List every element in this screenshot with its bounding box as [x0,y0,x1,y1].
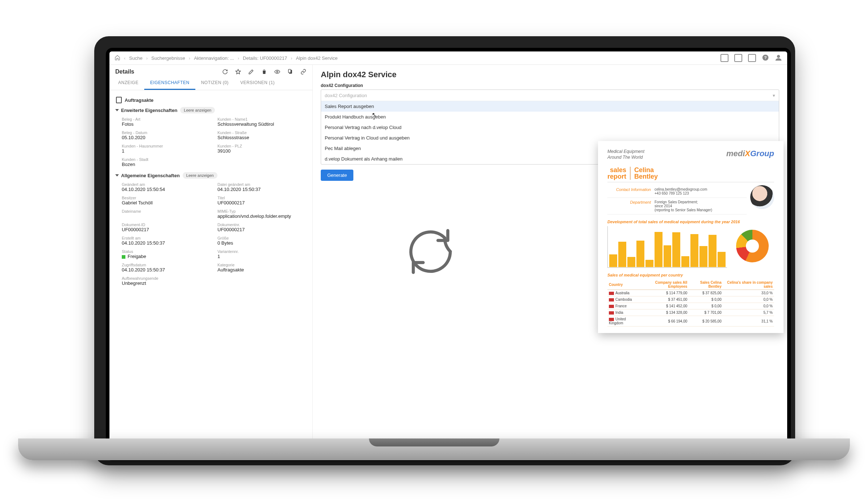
delete-icon[interactable] [261,68,267,75]
table-cell: 0,0 % [723,296,774,303]
details-panel: Details ANZ [109,65,313,457]
table-cell: 31,1 % [723,316,774,327]
table-cell: United Kingdom [607,316,640,327]
svg-point-4 [277,71,278,72]
bar [645,260,653,267]
svg-text:?: ? [764,55,767,60]
chevron-down-icon [115,109,119,111]
property-field: Kunden - PLZ39100 [217,144,306,154]
clipboard-icon[interactable] [287,68,294,75]
table-cell: $ 37 451,00 [640,296,689,303]
table-cell: $ 0,00 [689,296,723,303]
table-row: Australia$ 114 779,00$ 37 825,0033,0 % [607,290,774,296]
svg-marker-3 [236,69,240,74]
table-header: Sales Celina Bentley [689,279,723,290]
chart-title: Development of total sales of medical eq… [607,220,774,224]
table-cell: 33,0 % [723,290,774,296]
external-window-icon[interactable] [748,54,756,62]
property-field: Dokument-IDUF00000217 [122,223,210,232]
bar [690,234,698,267]
link-icon[interactable] [300,68,307,75]
crumb[interactable]: Suchergebnisse [151,55,185,61]
window-icon[interactable] [734,54,742,62]
svg-point-2 [777,55,780,58]
dropdown-arrow-icon: ▾ [773,93,775,98]
generate-button[interactable]: Generate [321,170,353,181]
layout-icon[interactable] [720,54,728,62]
config-label: dox42 Configuration [321,83,779,88]
table-header: Celina's share in company sales [723,279,774,290]
report-person-lastname: Bentley [634,173,658,180]
table-cell: 0,0 % [723,303,774,309]
service-panel: Alpin dox42 Service dox42 Configuration … [313,65,787,457]
star-icon[interactable] [235,68,241,75]
bar [618,242,626,267]
cursor-icon: ↖ [372,111,377,118]
table-cell: $ 20 585,00 [689,316,723,327]
brand-logo: mediXGroup [726,149,774,158]
document-icon [116,97,122,103]
section-general[interactable]: Allgemeine Eigenschaften Leere anzeigen [116,172,306,179]
property-field: Beleg - ArtFotos [122,117,210,127]
property-field: Kunden - Name1Schlossverwaltung Südtirol [217,117,306,127]
bar [664,245,672,267]
sync-icon [400,221,461,282]
property-field: AufbewahrungsendeUnbegrenzt [122,276,210,286]
report-person-firstname: Celina [634,167,658,173]
bar [699,246,707,267]
table-title: Sales of medical equipment per country [607,273,774,277]
contact-email: celina.bentley@medixgroup.com [655,187,747,191]
tab-eigenschaften[interactable]: EIGENSCHAFTEN [144,76,195,90]
property-field: Beleg - Datum05.10.2020 [122,130,210,140]
crumb[interactable]: Suche [129,55,142,61]
property-field: BesitzerGabriel Tschöll [122,196,210,205]
property-field: Dateiname [122,209,210,219]
user-avatar-icon[interactable] [775,54,782,62]
help-icon[interactable]: ? [762,54,769,62]
property-field: StatusFreigabe [122,249,210,259]
table-cell: $ 114 779,00 [640,290,689,296]
tab-versionen[interactable]: VERSIONEN (1) [234,76,281,90]
table-row: United Kingdom$ 66 194,00$ 20 585,0031,1… [607,316,774,327]
show-empty-toggle[interactable]: Leere anzeigen [180,107,215,113]
show-empty-toggle[interactable]: Leere anzeigen [183,172,217,179]
breadcrumb-back-icon[interactable]: ‹ [124,55,125,61]
select-option[interactable]: Produkt Handbuch ausgeben [321,112,779,122]
bar [718,252,726,267]
crumb[interactable]: Aktennavigation: ... [194,55,234,61]
property-field: Erstellt am04.10.2020 15:50:37 [122,236,210,246]
department-value: Foreign Sales Department; [655,200,747,204]
property-field: Zugriffsdatum04.10.2020 15:50:37 [122,263,210,273]
brand-tagline: Medical Equipment [607,149,644,155]
report-label-sales: sales [607,167,626,173]
bar-chart [607,226,727,268]
section-extended[interactable]: Erweiterte Eigenschaften Leere anzeigen [116,107,306,113]
table-header: Country [607,279,640,290]
refresh-icon[interactable] [222,68,228,75]
breadcrumb-bar: ‹ Suche› Suchergebnisse› Aktennavigation… [109,51,787,65]
contact-label: Contact Information [607,187,655,195]
select-option[interactable]: Sales Report ausgeben [321,101,779,112]
page-title: Alpin dox42 Service [321,70,779,79]
bar [672,232,680,267]
property-field: MIME-Typapplication/vnd.dvelop.folder.em… [217,209,306,219]
edit-icon[interactable] [248,68,254,75]
tab-notizen[interactable]: NOTIZEN (0) [195,76,234,90]
property-field: KategorieAuftragsakte [217,263,306,273]
home-icon[interactable] [115,55,120,62]
crumb[interactable]: Details: UF00000217 [243,55,287,61]
select-option[interactable]: Personal Vertrag nach d.velop Cloud [321,122,779,133]
file-type-row: Auftragsakte [116,97,306,103]
sales-table: CountryCompany sales All EmployeesSales … [607,279,774,327]
table-cell: $ 0,00 [689,303,723,309]
view-icon[interactable] [274,68,281,75]
report-preview: Medical Equipment Around The World mediX… [598,141,784,333]
table-cell: $ 134 328,00 [640,309,689,316]
table-cell: $ 66 194,00 [640,316,689,327]
department-value: (reporting to Senior Sales Manager) [655,208,747,212]
department-label: Department [607,200,655,212]
table-row: Cambodia$ 37 451,00$ 0,000,0 % [607,296,774,303]
chevron-down-icon [115,174,119,176]
brand-tagline: Around The World [607,155,644,161]
tab-anzeige[interactable]: ANZEIGE [112,76,144,90]
